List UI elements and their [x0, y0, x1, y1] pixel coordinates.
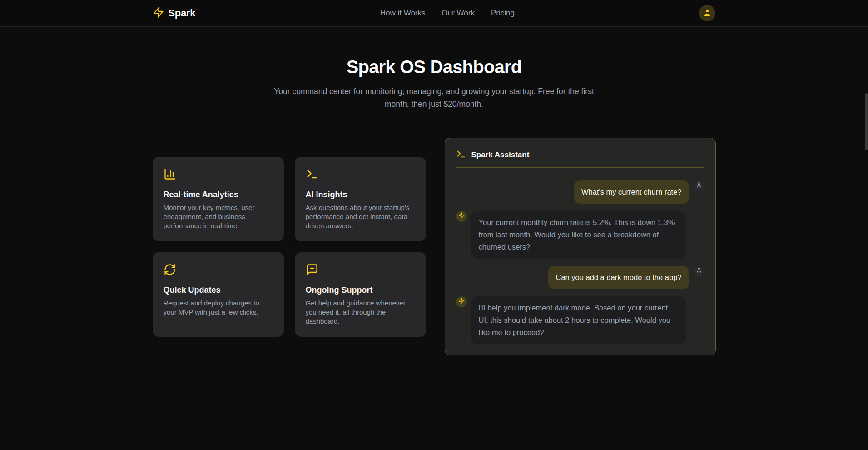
zap-icon [458, 298, 465, 306]
user-icon [696, 182, 702, 190]
feature-card-ongoing-support: Ongoing Support Get help and guidance wh… [295, 252, 426, 337]
panel-divider [456, 167, 704, 168]
scrollbar-thumb[interactable] [865, 93, 868, 150]
user-avatar [694, 180, 704, 191]
chat-messages: What's my current churn rate? Your curre… [456, 180, 704, 344]
feature-title: Real-time Analytics [164, 190, 273, 200]
feature-description: Request and deploy changes to your MVP w… [164, 299, 273, 317]
zap-icon [153, 6, 164, 20]
feature-grid: Real-time Analytics Monitor your key met… [153, 157, 426, 337]
brand-name: Spark [169, 7, 196, 19]
user-icon [696, 267, 702, 275]
feature-description: Ask questions about your startup's perfo… [306, 203, 415, 230]
nav-container: Spark How it Works Our Work Pricing [144, 5, 725, 21]
top-nav: Spark How it Works Our Work Pricing [0, 0, 868, 27]
chat-message-assistant: Your current monthly churn rate is 5.2%.… [456, 211, 704, 259]
hero-section: Spark OS Dashboard Your command center f… [0, 56, 868, 110]
terminal-icon [306, 168, 415, 182]
account-avatar-button[interactable] [699, 5, 715, 21]
zap-icon [458, 212, 465, 220]
assistant-panel-header: Spark Assistant [456, 149, 704, 161]
user-avatar [694, 266, 704, 277]
feature-title: Quick Updates [164, 285, 273, 295]
feature-card-ai-insights: AI Insights Ask questions about your sta… [295, 157, 426, 241]
assistant-avatar [456, 296, 467, 307]
user-message-bubble: Can you add a dark mode to the app? [548, 266, 689, 289]
page-title: Spark OS Dashboard [0, 56, 868, 78]
feature-card-real-time-analytics: Real-time Analytics Monitor your key met… [153, 157, 284, 241]
feature-card-quick-updates: Quick Updates Request and deploy changes… [153, 252, 284, 337]
chat-message-user: Can you add a dark mode to the app? [456, 266, 704, 289]
spark-assistant-panel: Spark Assistant What's my current churn … [445, 138, 716, 355]
user-message-bubble: What's my current churn rate? [574, 180, 689, 204]
nav-link-pricing[interactable]: Pricing [491, 9, 515, 18]
hero-subtitle: Your command center for monitoring, mana… [271, 85, 598, 110]
chat-message-assistant: I'll help you implement dark mode. Based… [456, 296, 704, 344]
refresh-icon [164, 263, 273, 278]
assistant-message-bubble: I'll help you implement dark mode. Based… [471, 296, 686, 344]
assistant-message-bubble: Your current monthly churn rate is 5.2%.… [471, 211, 686, 259]
feature-description: Monitor your key metrics, user engagemen… [164, 203, 273, 230]
message-square-plus-icon [306, 263, 415, 278]
user-icon [703, 8, 712, 19]
feature-title: Ongoing Support [306, 285, 415, 295]
nav-link-our-work[interactable]: Our Work [442, 9, 475, 18]
chat-message-user: What's my current churn rate? [456, 180, 704, 204]
nav-link-how-it-works[interactable]: How it Works [380, 9, 426, 18]
feature-title: AI Insights [306, 190, 415, 200]
main-content: Real-time Analytics Monitor your key met… [144, 138, 725, 355]
chart-column-icon [164, 168, 273, 182]
nav-links: How it Works Our Work Pricing [380, 9, 515, 18]
feature-description: Get help and guidance whenever you need … [306, 299, 415, 326]
terminal-icon [456, 149, 466, 161]
assistant-panel-title: Spark Assistant [471, 150, 530, 160]
brand-logo[interactable]: Spark [153, 6, 196, 20]
assistant-avatar [456, 211, 467, 222]
